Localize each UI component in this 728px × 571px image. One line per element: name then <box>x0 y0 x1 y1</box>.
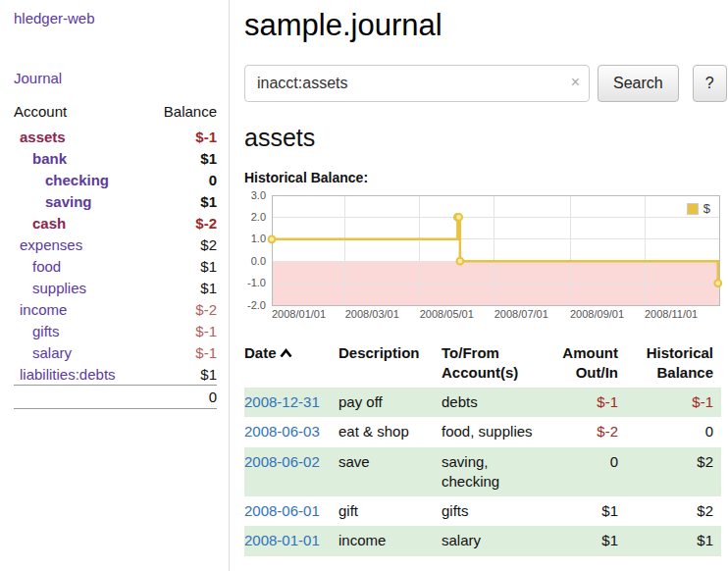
register-accounts: debts <box>442 388 546 417</box>
accounts-total-spacer <box>14 386 147 409</box>
svg-text:3.0: 3.0 <box>251 191 266 201</box>
register-balance: 0 <box>626 417 721 446</box>
column-header-date[interactable]: Date <box>244 341 338 388</box>
amount-header-line2: Out/In <box>546 363 618 383</box>
register-row: 2008-06-02savesaving, checking0$2 <box>244 447 721 497</box>
accounts-column-header-account: Account <box>14 100 147 126</box>
account-row: saving$1 <box>14 190 217 212</box>
account-balance: $1 <box>147 277 217 298</box>
account-row: expenses$2 <box>14 234 217 255</box>
accounts-column-header-balance: Balance <box>147 100 217 126</box>
account-balance: $-2 <box>147 298 217 320</box>
register-amount: $-1 <box>546 388 626 417</box>
account-link-assets[interactable]: assets <box>20 129 66 145</box>
account-link-gifts[interactable]: gifts <box>32 323 60 339</box>
svg-text:0.0: 0.0 <box>251 255 266 267</box>
svg-text:1.0: 1.0 <box>251 233 266 244</box>
account-row: food$1 <box>14 255 217 277</box>
account-balance: $-1 <box>147 320 217 341</box>
account-row: gifts$-1 <box>14 320 217 341</box>
account-link-supplies[interactable]: supplies <box>32 280 86 296</box>
register-row: 2008-12-31pay offdebts$-1$-1 <box>244 388 721 417</box>
account-link-saving[interactable]: saving <box>45 193 92 210</box>
account-balance: $-1 <box>147 341 217 363</box>
register-row: 2008-06-01giftgifts$1$2 <box>244 496 721 526</box>
account-link-liabilities-debts[interactable]: liabilities:debts <box>20 366 116 383</box>
svg-text:2008/03/01: 2008/03/01 <box>345 308 399 320</box>
account-row: supplies$1 <box>14 277 217 298</box>
register-date-link[interactable]: 2008-01-01 <box>244 532 320 548</box>
register-row: 2008-06-03eat & shopfood, supplies$-20 <box>244 417 721 446</box>
app-title-link[interactable]: hledger-web <box>14 10 217 26</box>
register-amount: $-2 <box>546 417 626 446</box>
chart-title: Historical Balance: <box>244 170 727 185</box>
register-balance: $2 <box>626 447 721 497</box>
register-table: Date Description To/From Account(s) Amou… <box>244 341 721 556</box>
account-link-bank[interactable]: bank <box>32 150 67 167</box>
account-row: assets$-1 <box>14 126 217 147</box>
register-table-body: 2008-12-31pay offdebts$-1$-12008-06-03ea… <box>244 388 721 556</box>
page-title: sample.journal <box>244 8 727 43</box>
account-row: checking0 <box>14 169 217 190</box>
balance-header-line2: Balance <box>626 363 713 383</box>
svg-text:-1.0: -1.0 <box>247 277 266 288</box>
column-header-amount: Amount Out/In <box>546 341 626 388</box>
account-row: salary$-1 <box>14 341 217 363</box>
accounts-header-row: Account Balance <box>14 100 217 126</box>
account-row: cash$-2 <box>14 212 217 234</box>
register-date-cell: 2008-06-03 <box>244 417 338 446</box>
register-accounts: saving, checking <box>442 447 546 497</box>
account-link-cash[interactable]: cash <box>32 215 66 232</box>
accounts-header-line1: To/From <box>442 343 538 363</box>
account-balance: $2 <box>147 234 217 255</box>
account-balance: 0 <box>147 169 217 190</box>
account-link-expenses[interactable]: expenses <box>20 236 82 253</box>
description-header-label: Description <box>338 344 420 361</box>
register-date-link[interactable]: 2008-12-31 <box>244 393 320 410</box>
register-date-link[interactable]: 2008-06-02 <box>244 453 320 470</box>
account-link-salary[interactable]: salary <box>32 344 72 361</box>
register-header-row: Date Description To/From Account(s) Amou… <box>244 341 721 388</box>
account-row: bank$1 <box>14 147 217 169</box>
svg-text:2.0: 2.0 <box>251 211 266 223</box>
svg-text:2008/05/01: 2008/05/01 <box>420 308 474 320</box>
account-link-income[interactable]: income <box>20 301 67 318</box>
svg-text:-2.0: -2.0 <box>247 299 266 311</box>
search-box: × <box>244 65 590 102</box>
svg-text:2008/09/01: 2008/09/01 <box>570 308 624 320</box>
accounts-total-row: 0 <box>14 386 217 409</box>
help-button[interactable]: ? <box>693 65 727 102</box>
legend-swatch-icon <box>687 203 699 215</box>
account-balance: $1 <box>147 255 217 277</box>
register-amount: $1 <box>546 526 626 555</box>
search-row: × Search ? <box>244 65 727 102</box>
chart-legend: $ <box>684 200 713 217</box>
account-balance: $-1 <box>147 126 217 147</box>
sort-ascending-icon <box>280 348 292 358</box>
sidebar-item-journal[interactable]: Journal <box>14 70 217 86</box>
register-balance: $-1 <box>626 388 721 417</box>
account-link-checking[interactable]: checking <box>45 172 109 188</box>
clear-search-icon[interactable]: × <box>571 74 580 91</box>
account-link-food[interactable]: food <box>32 258 61 275</box>
register-date-link[interactable]: 2008-06-01 <box>244 502 320 519</box>
accounts-table-body: assets$-1bank$1checking0saving$1cash$-2e… <box>14 126 217 386</box>
register-date-cell: 2008-01-01 <box>244 526 338 555</box>
account-balance: $-2 <box>147 212 217 234</box>
legend-label: $ <box>703 201 710 216</box>
balance-header-line1: Historical <box>626 343 713 363</box>
account-balance: $1 <box>147 147 217 169</box>
search-input[interactable] <box>244 65 590 102</box>
svg-text:2008/11/01: 2008/11/01 <box>645 308 698 320</box>
register-accounts: salary <box>442 526 546 555</box>
register-date-link[interactable]: 2008-06-03 <box>244 423 320 440</box>
accounts-header-line2: Account(s) <box>442 363 538 383</box>
historical-balance-chart: 3.02.01.00.0-1.0-2.02008/01/012008/03/01… <box>244 191 723 326</box>
register-row: 2008-01-01incomesalary$1$1 <box>244 526 721 555</box>
account-row: liabilities:debts$1 <box>14 363 217 386</box>
search-button[interactable]: Search <box>598 65 679 102</box>
register-date-cell: 2008-06-02 <box>244 447 338 497</box>
amount-header-line1: Amount <box>546 343 618 363</box>
register-balance: $1 <box>626 526 721 555</box>
accounts-total-balance: 0 <box>147 386 217 409</box>
